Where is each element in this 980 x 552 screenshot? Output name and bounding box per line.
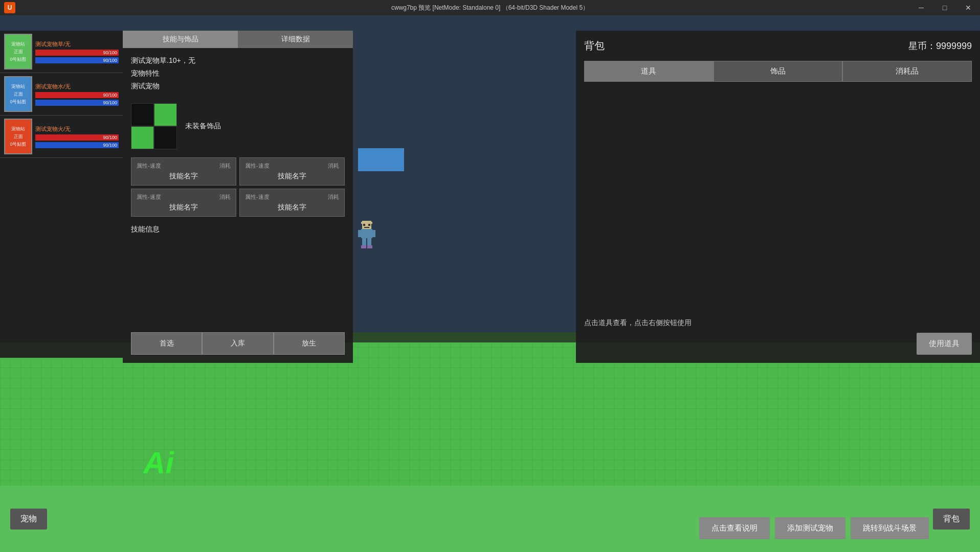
ai-text: Ai: [143, 445, 174, 480]
pet-portrait-grass: 宠物站 正面 0号贴图: [4, 34, 32, 70]
skill-card-header-2: 属性-速度 消耗: [137, 193, 231, 201]
pet-portrait-water: 宠物站 正面 0号贴图: [4, 76, 32, 112]
bottom-bar: 宠物 背包 点击查看说明 添加测试宠物 跳转到战斗场景: [0, 486, 980, 552]
pet-panel: 宠物站 正面 0号贴图 测试宠物草/无 90/100 90/100 宠物站: [0, 31, 123, 358]
equip-grid: [131, 103, 177, 149]
bag-info-text: 点击道具查看，点击右侧按钮使用: [584, 318, 972, 328]
skill-name-0: 技能名字: [137, 172, 231, 181]
goto-battle-button[interactable]: 跳转到战斗场景: [851, 517, 929, 539]
bag-panel: 背包 星币：9999999 道具 饰品 消耗品 点击道具查看，点击右侧按钮使用 …: [576, 31, 980, 363]
pet-portrait-fire: 宠物站 正面 0号贴图: [4, 119, 32, 154]
skill-name-3: 技能名字: [245, 203, 339, 212]
svg-rect-11: [361, 245, 366, 248]
pet-name-line: 测试宠物草.10+，无: [131, 54, 345, 67]
skill-card-header-1: 属性-速度 消耗: [245, 162, 339, 170]
bag-item-area: [584, 90, 972, 318]
pet-item-fire[interactable]: 宠物站 正面 0号贴图 测试宠物火/无 90/100 90/100: [0, 116, 123, 158]
skill-attr-1: 属性-速度: [245, 162, 270, 170]
hp-text-water: 90/100: [103, 93, 117, 98]
no-equip-text: 未装备饰品: [185, 122, 221, 131]
pet-portrait-label-2: 正面: [14, 49, 23, 55]
character-sprite: [353, 220, 381, 253]
svg-rect-5: [364, 227, 369, 228]
skills-grid: 属性-速度 消耗 技能名字 属性-速度 消耗 技能名字 属性-速度 消耗 技能名…: [123, 153, 353, 221]
equip-cell-1: [154, 103, 177, 126]
pet-item-grass[interactable]: 宠物站 正面 0号贴图 测试宠物草/无 90/100 90/100: [0, 31, 123, 73]
pet-info-fire: 测试宠物火/无 90/100 90/100: [35, 125, 119, 148]
pet-name-water: 测试宠物水/无: [35, 83, 119, 90]
hp-bar-water: 90/100: [35, 92, 119, 98]
skill-card-header-3: 属性-速度 消耗: [245, 193, 339, 201]
add-test-pet-button[interactable]: 添加测试宠物: [775, 517, 845, 539]
tab-skills-equipment[interactable]: 技能与饰品: [123, 31, 238, 48]
pet-portrait-label-1: 宠物站: [11, 41, 25, 48]
mp-text-fire: 90/100: [103, 143, 117, 148]
equip-cell-0: [131, 103, 154, 126]
skill-panel-tabs: 技能与饰品 详细数据: [123, 31, 353, 48]
svg-rect-3: [363, 224, 365, 226]
bag-cat-accessories[interactable]: 饰品: [714, 61, 843, 82]
pet-trait-line: 宠物特性: [131, 67, 345, 80]
bag-cat-tools[interactable]: 道具: [584, 61, 714, 82]
pet-info-water: 测试宠物水/无 90/100 90/100: [35, 83, 119, 106]
close-button[interactable]: ✕: [956, 0, 980, 15]
equip-cell-3: [154, 126, 177, 149]
skill-panel: 技能与饰品 详细数据 测试宠物草.10+，无 宠物特性 测试宠物 未装备饰品 属…: [123, 31, 353, 363]
skill-card-1[interactable]: 属性-速度 消耗 技能名字: [239, 157, 345, 186]
skill-attr-0: 属性-速度: [137, 162, 161, 170]
use-item-button[interactable]: 使用道具: [917, 333, 972, 355]
hp-text-fire: 90/100: [103, 135, 117, 140]
bag-cat-consumables[interactable]: 消耗品: [842, 61, 972, 82]
skill-attr-3: 属性-速度: [245, 193, 270, 201]
hp-bar-fire: 90/100: [35, 134, 119, 141]
svg-rect-4: [368, 224, 370, 226]
skill-card-0[interactable]: 属性-速度 消耗 技能名字: [131, 157, 236, 186]
svg-rect-2: [370, 222, 372, 224]
svg-rect-1: [361, 222, 363, 224]
tab-detail-data[interactable]: 详细数据: [238, 31, 353, 48]
svg-rect-6: [361, 229, 372, 238]
skill-card-header-0: 属性-速度 消耗: [137, 162, 231, 170]
bottom-action-buttons: 点击查看说明 添加测试宠物 跳转到战斗场景: [699, 517, 929, 539]
main-content: Ai 宠物 背包 点击查看说明 添加测试宠物 跳转到战斗场景 宠物站 正面 0号…: [0, 15, 980, 552]
mp-bar-grass: 90/100: [35, 57, 119, 63]
window-controls: ─ □ ✕: [909, 0, 980, 15]
minimize-button[interactable]: ─: [909, 0, 933, 15]
pet-button[interactable]: 宠物: [10, 509, 47, 530]
pet-desc-line: 测试宠物: [131, 80, 345, 93]
title-bar: U cwwg7bp 预览 [NetMode: Standalone 0] （64…: [0, 0, 980, 15]
skill-card-3[interactable]: 属性-速度 消耗 技能名字: [239, 189, 345, 217]
pet-portrait-label-3: 0号贴图: [10, 56, 26, 63]
mp-text-water: 90/100: [103, 100, 117, 105]
bag-button[interactable]: 背包: [933, 509, 970, 530]
skill-action-release[interactable]: 放生: [274, 332, 345, 355]
skill-cost-1: 消耗: [328, 162, 339, 170]
maximize-button[interactable]: □: [933, 0, 956, 15]
bag-category-tabs: 道具 饰品 消耗品: [584, 61, 972, 82]
mp-text-grass: 90/100: [103, 58, 117, 63]
skill-card-2[interactable]: 属性-速度 消耗 技能名字: [131, 189, 236, 217]
skill-name-1: 技能名字: [245, 172, 339, 181]
mp-bar-fire: 90/100: [35, 142, 119, 148]
bag-header: 背包 星币：9999999: [584, 39, 972, 53]
skill-action-preferred[interactable]: 首选: [131, 332, 202, 355]
mp-bar-water: 90/100: [35, 100, 119, 106]
skill-cost-3: 消耗: [328, 193, 339, 201]
bag-bottom: 点击道具查看，点击右侧按钮使用 使用道具: [584, 318, 972, 355]
equipment-section: 未装备饰品: [123, 99, 353, 153]
ue-logo: U: [4, 2, 15, 13]
view-guide-button[interactable]: 点击查看说明: [699, 517, 770, 539]
pet-detail-text: 测试宠物草.10+，无 宠物特性 测试宠物: [123, 48, 353, 99]
skill-info-text: 技能信息: [123, 221, 353, 238]
skill-name-2: 技能名字: [137, 203, 231, 212]
svg-rect-10: [367, 238, 371, 246]
skill-cost-2: 消耗: [219, 193, 231, 201]
skill-panel-actions: 首选 入库 放生: [123, 332, 353, 363]
skill-attr-2: 属性-速度: [137, 193, 161, 201]
pet-item-water[interactable]: 宠物站 正面 0号贴图 测试宠物水/无 90/100 90/100: [0, 73, 123, 116]
bag-title: 背包: [584, 39, 605, 53]
svg-rect-12: [367, 245, 372, 248]
skill-action-store[interactable]: 入库: [202, 332, 273, 355]
hp-text-grass: 90/100: [103, 50, 117, 55]
pet-name-fire: 测试宠物火/无: [35, 125, 119, 133]
